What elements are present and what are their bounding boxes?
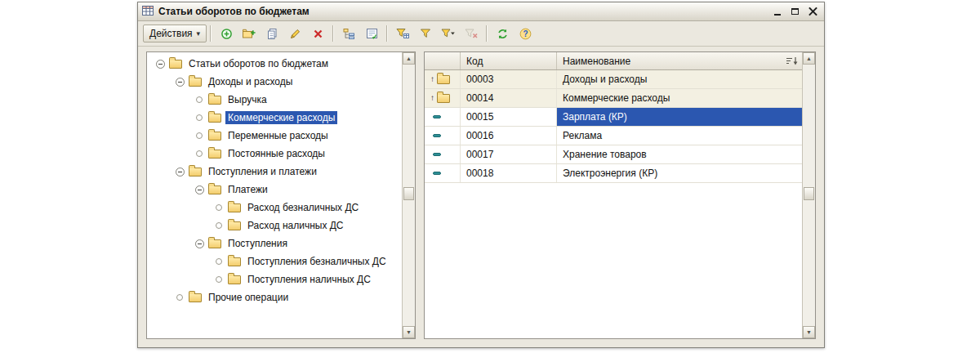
tree-item-root[interactable]: Статьи оборотов по бюджетам	[147, 55, 402, 73]
scrollbar-track[interactable]	[403, 65, 415, 326]
minimize-button[interactable]	[770, 6, 784, 18]
collapse-toggle-icon[interactable]	[195, 239, 204, 248]
tree-item[interactable]: Расход безналичных ДС	[147, 199, 402, 217]
tree-item-label: Расход безналичных ДС	[245, 201, 361, 214]
scrollbar-thumb[interactable]	[403, 187, 414, 200]
scrollbar-track[interactable]	[803, 65, 815, 326]
tree-item-label: Доходы и расходы	[206, 75, 295, 88]
leaf-node-icon[interactable]	[196, 132, 203, 139]
scroll-up-button[interactable]: ▲	[403, 52, 415, 65]
copy-button[interactable]	[261, 23, 283, 44]
name-cell[interactable]: Электроэнергия (КР)	[557, 164, 802, 182]
item-dash-icon	[433, 134, 441, 137]
name-cell[interactable]: Реклама	[557, 127, 802, 145]
name-column-header[interactable]: Наименование	[557, 52, 802, 69]
chevron-down-icon: ▾	[197, 29, 201, 38]
leaf-node-icon[interactable]	[216, 276, 222, 283]
table-row[interactable]: 00017 Хранение товаров	[425, 145, 802, 164]
tree-item[interactable]: Расход наличных ДС	[147, 217, 402, 235]
add-group-button[interactable]	[238, 23, 260, 44]
collapse-toggle-icon[interactable]	[176, 78, 185, 87]
leaf-node-icon[interactable]	[196, 150, 203, 157]
table-row[interactable]: 00018 Электроэнергия (КР)	[425, 164, 802, 183]
code-cell[interactable]: 00014	[461, 89, 557, 107]
leaf-node-icon[interactable]	[176, 294, 183, 301]
scroll-up-icon: ▲	[406, 56, 412, 61]
tree-item[interactable]: Постоянные расходы	[147, 145, 402, 163]
tree-view: Статьи оборотов по бюджетам Доходы и рас…	[147, 52, 402, 338]
tree-item[interactable]: Выручка	[147, 91, 402, 109]
add-button[interactable]	[216, 23, 237, 44]
tree-item[interactable]: Поступления	[147, 235, 402, 252]
hierarchy-view-button[interactable]	[338, 23, 359, 44]
sort-icon[interactable]	[786, 56, 799, 66]
delete-button[interactable]	[307, 23, 328, 44]
table-vertical-scrollbar[interactable]: ▲ ▼	[802, 52, 815, 338]
clear-filter-button[interactable]	[461, 23, 482, 44]
tree-item[interactable]: Поступления наличных ДС	[147, 270, 402, 288]
scroll-up-button[interactable]: ▲	[803, 52, 815, 65]
scroll-down-button[interactable]: ▼	[403, 326, 415, 338]
tree-item[interactable]: Переменные расходы	[147, 127, 402, 145]
scrollbar-thumb[interactable]	[804, 187, 814, 200]
actions-menu-button[interactable]: Действия ▾	[143, 25, 207, 42]
move-to-group-icon	[366, 28, 378, 40]
tree-item-label: Поступления	[225, 237, 290, 250]
edit-button[interactable]	[284, 23, 305, 44]
table-row-selected[interactable]: 00015 Зарплата (КР)	[425, 108, 802, 127]
name-column-label: Наименование	[563, 56, 630, 67]
title-bar[interactable]: Статьи оборотов по бюджетам	[138, 2, 824, 21]
tree-item-label: Переменные расходы	[225, 129, 331, 142]
tree-item[interactable]: Прочие операции	[147, 288, 402, 306]
name-cell[interactable]: Доходы и расходы	[557, 70, 802, 88]
tree-item[interactable]: Платежи	[147, 181, 402, 199]
tree-item-label: Поступления безналичных ДС	[245, 255, 389, 268]
folder-icon	[208, 150, 221, 159]
maximize-button[interactable]	[788, 6, 802, 18]
leaf-node-icon[interactable]	[196, 114, 203, 121]
leaf-node-icon[interactable]	[216, 204, 222, 211]
delete-x-icon	[313, 29, 323, 39]
table-row-group[interactable]: ↑ 00003 Доходы и расходы	[425, 70, 802, 89]
code-cell[interactable]: 00015	[461, 108, 557, 126]
folder-icon	[208, 239, 221, 248]
table-row[interactable]: 00016 Реклама	[425, 127, 802, 145]
tree-vertical-scrollbar[interactable]: ▲ ▼	[402, 52, 415, 338]
code-cell[interactable]: 00017	[461, 145, 557, 163]
collapse-toggle-icon[interactable]	[156, 60, 165, 69]
help-button[interactable]: ?	[514, 23, 536, 44]
refresh-button[interactable]	[492, 23, 513, 44]
close-button[interactable]	[806, 6, 820, 18]
collapse-toggle-icon[interactable]	[176, 168, 185, 176]
name-cell[interactable]: Коммерческие расходы	[557, 89, 802, 107]
edit-pencil-icon	[289, 28, 301, 40]
icon-column-header[interactable]	[425, 52, 461, 69]
tree-item-selected[interactable]: Коммерческие расходы	[147, 109, 402, 127]
name-cell[interactable]: Зарплата (КР)	[557, 108, 802, 126]
content-area: Статьи оборотов по бюджетам Доходы и рас…	[146, 51, 816, 339]
group-up-arrow-icon: ↑	[430, 75, 434, 83]
code-cell[interactable]: 00003	[461, 70, 557, 88]
leaf-node-icon[interactable]	[216, 222, 222, 229]
scroll-down-button[interactable]: ▼	[803, 326, 815, 338]
code-cell[interactable]: 00016	[461, 127, 557, 145]
code-cell[interactable]: 00018	[461, 164, 557, 182]
filter-history-button[interactable]	[438, 23, 459, 44]
tree-item[interactable]: Поступления и платежи	[147, 163, 402, 181]
tree-item[interactable]: Доходы и расходы	[147, 73, 402, 91]
filter-by-value-button[interactable]	[415, 23, 436, 44]
hierarchy-view-icon	[343, 28, 355, 40]
code-column-header[interactable]: Код	[461, 52, 557, 69]
filter-settings-button[interactable]	[392, 23, 413, 44]
toolbar: Действия ▾	[138, 21, 824, 47]
name-cell[interactable]: Хранение товаров	[557, 145, 802, 163]
tree-item[interactable]: Поступления безналичных ДС	[147, 252, 402, 270]
folder-icon	[228, 275, 241, 284]
leaf-node-icon[interactable]	[216, 258, 222, 265]
collapse-toggle-icon[interactable]	[195, 185, 204, 194]
table-row-group[interactable]: ↑ 00014 Коммерческие расходы	[425, 89, 802, 108]
folder-icon	[189, 293, 202, 302]
leaf-node-icon[interactable]	[196, 96, 203, 103]
folder-icon	[189, 78, 202, 87]
move-to-group-button[interactable]	[361, 23, 382, 44]
